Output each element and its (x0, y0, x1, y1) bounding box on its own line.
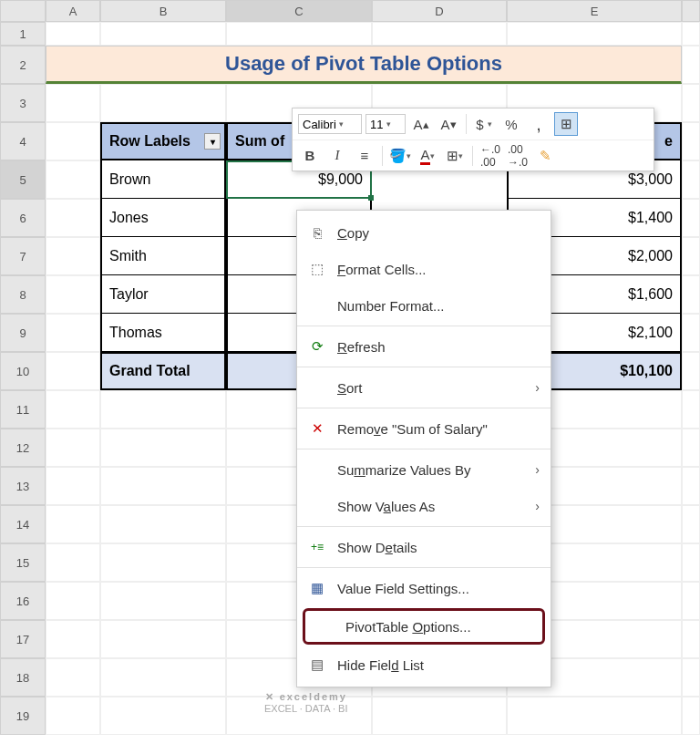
cell[interactable] (682, 390, 700, 429)
cell[interactable] (100, 543, 226, 582)
row-header-5[interactable]: 5 (0, 160, 46, 199)
menu-value-field-settings[interactable]: ▦ Value Field Settings... (297, 570, 551, 606)
menu-hide-field-list[interactable]: ▤ Hide Field List (297, 646, 551, 683)
cell[interactable] (46, 122, 100, 160)
cell[interactable] (46, 160, 100, 199)
row-header-12[interactable]: 12 (0, 429, 46, 467)
pivot-cell[interactable]: Thomas (100, 314, 226, 352)
cell[interactable] (100, 390, 226, 429)
cell[interactable] (100, 429, 226, 467)
cell[interactable] (682, 658, 700, 697)
menu-remove[interactable]: ✕ Remove "Sum of Salary" (297, 410, 551, 447)
row-header-1[interactable]: 1 (0, 22, 46, 46)
cell[interactable] (682, 22, 700, 46)
pivot-cell[interactable]: Smith (100, 237, 226, 275)
row-header-7[interactable]: 7 (0, 237, 46, 275)
menu-pivottable-options[interactable]: PivotTable Options... (303, 608, 545, 645)
cell[interactable] (682, 160, 700, 199)
fill-color-icon[interactable]: 🪣▾ (388, 144, 412, 168)
currency-icon[interactable]: $ ▾ (472, 112, 496, 136)
cell[interactable] (372, 22, 507, 46)
cell[interactable] (46, 582, 100, 620)
menu-refresh[interactable]: ⟳ Refresh (297, 328, 551, 365)
cell[interactable] (46, 505, 100, 543)
menu-format-cells[interactable]: ⬚ Format Cells... (297, 251, 551, 287)
row-header-9[interactable]: 9 (0, 314, 46, 352)
row-header-11[interactable]: 11 (0, 390, 46, 429)
cell[interactable] (682, 275, 700, 314)
increase-decimal-icon[interactable]: ←.0.00 (479, 144, 502, 168)
col-header-c[interactable]: C (226, 0, 372, 22)
cell[interactable] (226, 22, 372, 46)
row-header-15[interactable]: 15 (0, 543, 46, 582)
row-header-4[interactable]: 4 (0, 122, 46, 160)
size-selector[interactable]: 11 ▾ (365, 114, 406, 134)
cell[interactable] (100, 697, 226, 735)
cell[interactable] (682, 505, 700, 543)
select-all-corner[interactable] (0, 0, 46, 22)
menu-show-details[interactable]: +≡ Show Details (297, 529, 551, 565)
cell[interactable] (46, 314, 100, 352)
col-header-e[interactable]: E (507, 0, 682, 22)
menu-copy[interactable]: ⎘ Copy (297, 214, 551, 251)
italic-icon[interactable]: I (325, 144, 349, 168)
menu-summarize[interactable]: Summarize Values By › (297, 451, 551, 488)
menu-show-values[interactable]: Show Values As › (297, 488, 551, 524)
font-selector[interactable]: Calibri ▾ (298, 114, 362, 134)
cell[interactable] (682, 429, 700, 467)
cell[interactable] (46, 620, 100, 658)
pivot-total-label[interactable]: Grand Total (100, 352, 226, 390)
cell[interactable] (682, 237, 700, 275)
col-header-f[interactable] (682, 0, 700, 22)
cell[interactable] (100, 505, 226, 543)
cell[interactable] (507, 697, 682, 735)
pivot-header-row-labels[interactable]: Row Labels ▾ (100, 122, 226, 160)
borders-icon[interactable]: ⊞▾ (443, 144, 467, 168)
row-header-13[interactable]: 13 (0, 467, 46, 505)
increase-font-icon[interactable]: A▴ (409, 112, 433, 136)
cell[interactable] (46, 390, 100, 429)
cell[interactable] (507, 22, 682, 46)
cell[interactable] (100, 582, 226, 620)
cell[interactable] (682, 314, 700, 352)
conditional-format-icon[interactable]: ⊞ (554, 112, 578, 136)
decrease-decimal-icon[interactable]: .00→.0 (506, 144, 530, 168)
cell[interactable] (46, 658, 100, 697)
bold-icon[interactable]: B (298, 144, 322, 168)
dropdown-icon[interactable]: ▾ (204, 133, 221, 150)
cell[interactable] (100, 620, 226, 658)
row-header-6[interactable]: 6 (0, 199, 46, 237)
cell[interactable] (46, 22, 100, 46)
cell[interactable] (100, 658, 226, 697)
cell[interactable] (46, 429, 100, 467)
cell[interactable] (682, 620, 700, 658)
pivot-cell[interactable]: Brown (100, 160, 226, 199)
menu-number-format[interactable]: Number Format... (297, 287, 551, 324)
cell[interactable] (46, 275, 100, 314)
cell[interactable] (682, 352, 700, 390)
row-header-16[interactable]: 16 (0, 582, 46, 620)
menu-sort[interactable]: Sort › (297, 369, 551, 406)
cell[interactable] (46, 84, 100, 122)
cell[interactable] (682, 467, 700, 505)
cell[interactable] (682, 582, 700, 620)
pivot-cell[interactable]: Taylor (100, 275, 226, 314)
row-header-17[interactable]: 17 (0, 620, 46, 658)
cell[interactable] (46, 467, 100, 505)
cell[interactable] (46, 237, 100, 275)
row-header-8[interactable]: 8 (0, 275, 46, 314)
comma-icon[interactable]: , (527, 112, 551, 136)
cell[interactable] (682, 46, 700, 84)
cell[interactable] (372, 697, 507, 735)
cell[interactable] (682, 199, 700, 237)
decrease-font-icon[interactable]: A▾ (437, 112, 460, 136)
cell[interactable] (46, 543, 100, 582)
col-header-d[interactable]: D (372, 0, 507, 22)
row-header-10[interactable]: 10 (0, 352, 46, 390)
cell[interactable] (682, 697, 700, 735)
row-header-2[interactable]: 2 (0, 46, 46, 84)
cell[interactable] (46, 697, 100, 735)
pivot-cell[interactable]: Jones (100, 199, 226, 237)
cell[interactable] (682, 122, 700, 160)
cell[interactable] (46, 352, 100, 390)
